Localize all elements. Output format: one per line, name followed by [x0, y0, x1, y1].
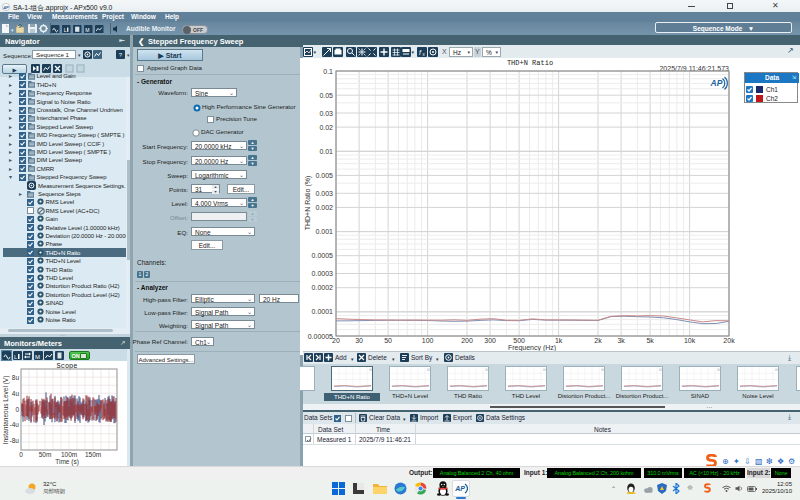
svg-text:0.0003: 0.0003 — [312, 270, 334, 277]
svg-text:50m: 50m — [39, 451, 52, 458]
svg-text:1k: 1k — [555, 337, 563, 344]
svg-text:20: 20 — [332, 337, 340, 344]
svg-text:0.0005: 0.0005 — [312, 252, 334, 259]
svg-text:0.01: 0.01 — [319, 148, 333, 155]
svg-text:0.05: 0.05 — [319, 92, 333, 99]
svg-text:-8u: -8u — [10, 437, 20, 444]
svg-text:3k: 3k — [617, 337, 625, 344]
svg-text:THD+N Ratio (%): THD+N Ratio (%) — [304, 176, 312, 231]
svg-text:200: 200 — [461, 337, 473, 344]
svg-text:L: L — [14, 353, 17, 359]
svg-text:0.03: 0.03 — [319, 110, 333, 117]
svg-text:0.001: 0.001 — [315, 228, 333, 235]
svg-text:0.1: 0.1 — [323, 68, 333, 75]
svg-text:THD+N Ratio: THD+N Ratio — [507, 59, 553, 67]
svg-text:30: 30 — [355, 337, 363, 344]
svg-text:50: 50 — [384, 337, 392, 344]
svg-text:100: 100 — [422, 337, 434, 344]
svg-text:M: M — [35, 354, 40, 360]
svg-text:Time (s): Time (s) — [55, 458, 79, 466]
svg-text:0: 0 — [19, 451, 23, 458]
svg-text:300: 300 — [484, 337, 496, 344]
svg-text:150m: 150m — [85, 451, 101, 458]
svg-text:0.005: 0.005 — [315, 172, 333, 179]
svg-text:500: 500 — [513, 337, 525, 344]
svg-text:0.003: 0.003 — [315, 190, 333, 197]
svg-text:0.002: 0.002 — [315, 204, 333, 211]
svg-text:4u: 4u — [12, 390, 20, 397]
svg-text:100m: 100m — [61, 451, 77, 458]
svg-text:-4u: -4u — [10, 421, 20, 428]
svg-text:0.02: 0.02 — [319, 124, 333, 131]
svg-text:Instantaneous Level (V): Instantaneous Level (V) — [2, 376, 10, 445]
svg-text:2k: 2k — [594, 337, 602, 344]
svg-text:AP: AP — [710, 78, 723, 88]
svg-text:8u: 8u — [12, 374, 20, 381]
svg-text:0: 0 — [15, 406, 19, 413]
svg-text:0.0001: 0.0001 — [312, 308, 334, 315]
svg-text:0.0002: 0.0002 — [312, 284, 334, 291]
svg-text:AP: AP — [455, 485, 465, 492]
svg-text:10k: 10k — [684, 337, 696, 344]
svg-text:20k: 20k — [723, 337, 735, 344]
svg-text:5k: 5k — [646, 337, 654, 344]
svg-text:0.00005: 0.00005 — [308, 333, 333, 340]
